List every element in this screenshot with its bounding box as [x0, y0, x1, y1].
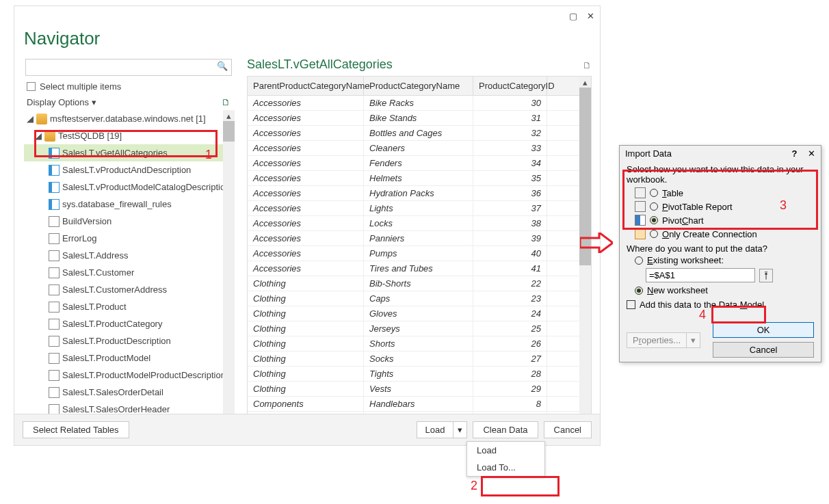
table-row[interactable]: ClothingTights28 — [248, 367, 579, 382]
table-icon — [49, 370, 60, 381]
import-prompt: Select how you want to view this data in… — [627, 164, 814, 186]
view-icon — [49, 199, 60, 210]
view-icon — [49, 165, 60, 176]
search-input[interactable] — [25, 59, 232, 76]
close-icon[interactable]: ✕ — [808, 148, 815, 159]
menu-load[interactable]: Load — [467, 442, 544, 459]
table-row[interactable]: AccessoriesCleaners33 — [248, 141, 579, 156]
opt-new-row[interactable]: New worksheet — [627, 284, 814, 297]
tree-item[interactable]: SalesLT.ProductCategory — [24, 315, 235, 332]
tree-item-label: SalesLT.vProductModelCatalogDescription — [62, 182, 230, 192]
tree-item-label: SalesLT.ProductModel — [62, 353, 150, 363]
tree-item[interactable]: SalesLT.ProductDescription — [24, 332, 235, 349]
search-icon[interactable]: 🔍 — [217, 61, 228, 71]
tree-item[interactable]: SalesLT.Address — [24, 247, 235, 264]
select-related-button[interactable]: Select Related Tables — [23, 421, 129, 438]
tree-server-node[interactable]: ◢ msftestserver.database.windows.net [1] — [24, 110, 235, 127]
select-multiple-row[interactable]: Select multiple items — [23, 79, 235, 94]
tree-item[interactable]: SalesLT.Customer — [24, 264, 235, 281]
tree-item[interactable]: SalesLT.vGetAllCategories — [24, 144, 235, 161]
tree-item[interactable]: SalesLT.vProductAndDescription — [24, 161, 235, 178]
opt-pivot-row[interactable]: PivotTable Report — [627, 200, 814, 213]
opt-chart-row[interactable]: PivotChart — [627, 213, 814, 227]
tree-item-label: SalesLT.Product — [62, 302, 127, 312]
cancel-button[interactable]: Cancel — [544, 421, 592, 438]
col-header[interactable]: ProductCategoryID — [473, 77, 547, 95]
connection-icon — [635, 228, 646, 239]
scroll-up-icon[interactable]: ▴ — [579, 77, 591, 88]
tree-item[interactable]: ErrorLog — [24, 230, 235, 247]
table-row[interactable]: ClothingShorts26 — [248, 336, 579, 352]
tree-item[interactable]: sys.database_firewall_rules — [24, 196, 235, 213]
import-title: Import Data — [625, 148, 672, 159]
scroll-up-icon[interactable]: ▴ — [223, 110, 235, 121]
properties-main: Properties... — [627, 332, 686, 348]
tree-db-label: TestSQLDB [19] — [58, 131, 122, 141]
table-row[interactable]: AccessoriesBike Racks30 — [248, 96, 579, 111]
tree-scrollbar[interactable]: ▴ ▾ — [223, 110, 235, 438]
add-model-row[interactable]: Add this data to the Data Model — [627, 297, 814, 313]
opt-conn-row[interactable]: Only Create Connection — [627, 227, 814, 241]
table-row[interactable]: AccessoriesPumps40 — [248, 246, 579, 261]
scroll-thumb[interactable] — [223, 121, 235, 142]
menu-load-to[interactable]: Load To... — [467, 459, 544, 476]
table-icon — [49, 216, 60, 227]
import-titlebar: Import Data ? ✕ — [620, 146, 821, 161]
table-row[interactable]: AccessoriesHydration Packs36 — [248, 186, 579, 201]
navigator-dialog: ▢ ✕ Navigator 🔍 Select multiple items Di… — [14, 5, 601, 446]
table-row[interactable]: ClothingBib-Shorts22 — [248, 276, 579, 291]
col-header[interactable]: ParentProductCategoryName — [248, 77, 364, 95]
table-scrollbar[interactable]: ▴ ▾ — [579, 77, 591, 437]
table-row[interactable]: AccessoriesTires and Tubes41 — [248, 261, 579, 276]
maximize-icon[interactable]: ▢ — [569, 11, 577, 21]
table-icon — [49, 302, 60, 313]
tree-item[interactable]: BuildVersion — [24, 213, 235, 230]
display-options-button[interactable]: Display Options ▾ — [27, 97, 96, 107]
table-row[interactable]: ClothingJerseys25 — [248, 321, 579, 336]
caret-down-icon: ◢ — [27, 114, 34, 124]
preview-doc-icon[interactable]: 🗋 — [583, 60, 592, 70]
radio-icon — [635, 256, 643, 265]
tree-db-node[interactable]: ◢ TestSQLDB [19] — [24, 127, 235, 144]
table-row[interactable]: AccessoriesBottles and Cages32 — [248, 126, 579, 141]
table-row[interactable]: AccessoriesHelmets35 — [248, 171, 579, 186]
database-icon — [36, 114, 47, 124]
table-row[interactable]: AccessoriesLights37 — [248, 201, 579, 216]
left-pane: 🔍 Select multiple items Display Options … — [23, 55, 235, 438]
load-dropdown-button[interactable]: ▾ — [453, 421, 467, 438]
tree-item[interactable]: SalesLT.CustomerAddress — [24, 281, 235, 298]
load-button[interactable]: Load — [417, 421, 453, 438]
range-picker-icon[interactable]: ⭱ — [759, 269, 773, 282]
preview-pane: SalesLT.vGetAllCategories 🗋 ParentProduc… — [235, 55, 592, 438]
table-row[interactable]: AccessoriesFenders34 — [248, 156, 579, 171]
tree-item[interactable]: SalesLT.vProductModelCatalogDescription — [24, 178, 235, 196]
col-header[interactable]: ProductCategoryName — [364, 77, 473, 95]
tree-item[interactable]: SalesLT.ProductModelProductDescription — [24, 367, 235, 384]
table-row[interactable]: AccessoriesLocks38 — [248, 216, 579, 231]
tree-item-label: BuildVersion — [62, 216, 111, 226]
refresh-icon[interactable]: 🗋 — [222, 97, 231, 107]
tree-item-label: SalesLT.Customer — [62, 267, 134, 278]
search-box: 🔍 — [25, 59, 232, 76]
help-icon[interactable]: ? — [791, 148, 797, 159]
table-row[interactable]: ClothingVests29 — [248, 382, 579, 397]
clean-data-button[interactable]: Clean Data — [473, 421, 538, 438]
table-icon — [49, 284, 60, 295]
tree-item[interactable]: SalesLT.ProductModel — [24, 349, 235, 367]
cell-ref-input[interactable] — [646, 268, 755, 282]
table-row[interactable]: AccessoriesBike Stands31 — [248, 111, 579, 126]
close-icon[interactable]: ✕ — [587, 11, 594, 21]
table-row[interactable]: ClothingCaps23 — [248, 291, 579, 306]
tree-item[interactable]: SalesLT.Product — [24, 298, 235, 315]
tree-server-label: msftestserver.database.windows.net [1] — [50, 114, 206, 124]
checkbox-icon — [27, 82, 36, 91]
opt-existing-row[interactable]: Existing worksheet: — [627, 254, 814, 267]
cancel-button[interactable]: Cancel — [713, 342, 814, 358]
table-row[interactable]: ComponentsHandlebars8 — [248, 397, 579, 412]
ok-button[interactable]: OK — [713, 322, 814, 338]
table-row[interactable]: AccessoriesPanniers39 — [248, 231, 579, 246]
opt-table-row[interactable]: Table — [627, 186, 814, 200]
table-row[interactable]: ClothingGloves24 — [248, 306, 579, 321]
tree-item[interactable]: SalesLT.SalesOrderDetail — [24, 384, 235, 401]
table-row[interactable]: ClothingSocks27 — [248, 352, 579, 367]
